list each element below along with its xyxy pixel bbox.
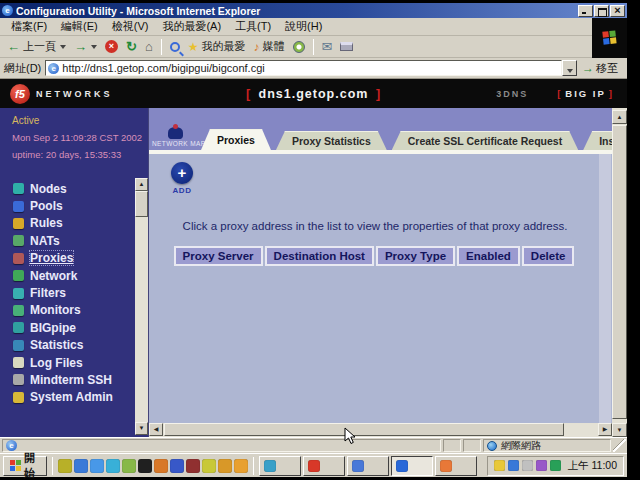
menu-item[interactable]: 編輯(E) bbox=[54, 18, 105, 35]
go-button[interactable]: → 移至 bbox=[577, 61, 623, 76]
tray-icon[interactable] bbox=[494, 460, 505, 471]
refresh-button[interactable]: ↻ bbox=[122, 38, 141, 55]
forward-dropdown-icon[interactable] bbox=[91, 45, 97, 49]
sidebar-item-mindterm-ssh[interactable]: Mindterm SSH bbox=[0, 371, 135, 388]
shortcut-icon[interactable] bbox=[90, 459, 104, 473]
scroll-right-button[interactable]: ▶ bbox=[598, 423, 612, 436]
task-button-4[interactable] bbox=[391, 456, 433, 476]
toolbar-separator bbox=[161, 39, 162, 55]
start-button[interactable]: 開始 bbox=[3, 456, 47, 476]
scroll-down-button[interactable]: ▼ bbox=[612, 423, 627, 437]
address-input[interactable] bbox=[62, 62, 559, 74]
scroll-down-button[interactable]: ▼ bbox=[135, 422, 148, 435]
tab-proxy-statistics[interactable]: Proxy Statistics bbox=[276, 131, 387, 150]
print-button[interactable] bbox=[336, 41, 357, 52]
close-button[interactable] bbox=[610, 5, 625, 17]
tray-icon[interactable] bbox=[522, 460, 533, 471]
sidebar-item-rules[interactable]: Rules bbox=[0, 215, 135, 232]
scroll-up-button[interactable]: ▲ bbox=[135, 178, 148, 191]
shortcut-icon[interactable] bbox=[122, 459, 136, 473]
task-button-5[interactable] bbox=[435, 456, 477, 476]
forward-button[interactable]: → bbox=[70, 38, 101, 55]
address-bar: 網址(D) e → 移至 bbox=[0, 58, 627, 79]
sidebar-item-label: NATs bbox=[30, 234, 60, 248]
network-map-button[interactable]: NETWORK MAP bbox=[152, 127, 198, 147]
tab-proxies[interactable]: Proxies bbox=[201, 129, 271, 150]
shortcut-icon[interactable] bbox=[154, 459, 168, 473]
back-button[interactable]: ← 上一頁 bbox=[3, 38, 70, 55]
taskbar: 開始 上午 11:00 bbox=[0, 453, 627, 477]
scrollbar-thumb[interactable] bbox=[164, 423, 564, 436]
print-icon bbox=[340, 42, 353, 51]
minimize-button[interactable] bbox=[578, 5, 593, 17]
sidebar-scrollbar[interactable]: ▲ ▼ bbox=[135, 178, 148, 435]
frameset: Active Mon Sep 2 11:09:28 CST 2002 uptim… bbox=[0, 108, 627, 437]
shortcut-icon[interactable] bbox=[202, 459, 216, 473]
sidebar-item-bigpipe[interactable]: BIGpipe bbox=[0, 319, 135, 336]
horizontal-scrollbar[interactable]: ◀ ▶ bbox=[149, 423, 612, 437]
task-button-icon bbox=[308, 460, 320, 472]
sidebar-item-nats[interactable]: NATs bbox=[0, 232, 135, 249]
shortcut-icon[interactable] bbox=[74, 459, 88, 473]
menu-item[interactable]: 說明(H) bbox=[278, 18, 329, 35]
mail-button[interactable]: ✉ bbox=[318, 38, 337, 55]
restore-button[interactable] bbox=[594, 5, 609, 17]
sidebar-item-monitors[interactable]: Monitors bbox=[0, 302, 135, 319]
column-header-proxy-type: Proxy Type bbox=[376, 246, 455, 266]
shortcut-icon[interactable] bbox=[218, 459, 232, 473]
menu-item[interactable]: 檢視(V) bbox=[105, 18, 156, 35]
media-button[interactable]: ♪ 媒體 bbox=[250, 38, 289, 55]
sidebar-item-network[interactable]: Network bbox=[0, 267, 135, 284]
tab-install-ssl-certif[interactable]: Install SSL Certif bbox=[583, 131, 612, 150]
scroll-left-button[interactable]: ◀ bbox=[149, 423, 163, 436]
sidebar-item-pools[interactable]: Pools bbox=[0, 197, 135, 214]
status-uptime: uptime: 20 days, 15:35:33 bbox=[12, 149, 148, 160]
shortcut-icon[interactable] bbox=[58, 459, 72, 473]
shortcut-icon[interactable] bbox=[186, 459, 200, 473]
add-plus-icon: + bbox=[171, 162, 193, 184]
task-button-1[interactable] bbox=[259, 456, 301, 476]
sidebar-item-system-admin[interactable]: System Admin bbox=[0, 389, 135, 406]
column-header-delete: Delete bbox=[522, 246, 575, 266]
tray-icon[interactable] bbox=[536, 460, 547, 471]
sidebar-item-filters[interactable]: Filters bbox=[0, 284, 135, 301]
sidebar-item-log-files[interactable]: Log Files bbox=[0, 354, 135, 371]
sidebar-item-nodes[interactable]: Nodes bbox=[0, 180, 135, 197]
product-3dns-label: 3DNS bbox=[496, 89, 528, 99]
search-button[interactable] bbox=[166, 41, 184, 53]
media-label: 媒體 bbox=[263, 39, 285, 54]
browser-window: e Configuration Utility - Microsoft Inte… bbox=[0, 3, 627, 477]
shortcut-icon[interactable] bbox=[234, 459, 248, 473]
tray-icon[interactable] bbox=[550, 460, 561, 471]
windows-flag-icon bbox=[10, 460, 21, 472]
content-scrollbar[interactable] bbox=[599, 154, 611, 423]
stop-button[interactable]: × bbox=[101, 39, 122, 54]
add-proxy-button[interactable]: + ADD bbox=[167, 162, 197, 195]
task-button-3[interactable] bbox=[347, 456, 389, 476]
menu-item[interactable]: 檔案(F) bbox=[4, 18, 54, 35]
windows-flag-icon bbox=[602, 30, 617, 45]
task-button-2[interactable] bbox=[303, 456, 345, 476]
favorites-label: 我的最愛 bbox=[202, 39, 246, 54]
favorites-button[interactable]: ★ 我的最愛 bbox=[184, 38, 250, 55]
sidebar-item-label: System Admin bbox=[30, 390, 113, 404]
tray-icon[interactable] bbox=[508, 460, 519, 471]
sidebar-item-statistics[interactable]: Statistics bbox=[0, 337, 135, 354]
scrollbar-thumb[interactable] bbox=[612, 125, 627, 419]
sidebar-item-proxies[interactable]: Proxies bbox=[0, 250, 135, 267]
address-dropdown-button[interactable] bbox=[562, 60, 577, 76]
shortcut-icon[interactable] bbox=[170, 459, 184, 473]
shortcut-icon[interactable] bbox=[138, 459, 152, 473]
menu-item[interactable]: 我的最愛(A) bbox=[155, 18, 228, 35]
stop-icon: × bbox=[105, 40, 118, 53]
shortcut-icon[interactable] bbox=[106, 459, 120, 473]
scroll-up-button[interactable]: ▲ bbox=[612, 110, 627, 124]
home-button[interactable]: ⌂ bbox=[141, 38, 157, 55]
menu-item[interactable]: 工具(T) bbox=[228, 18, 278, 35]
banner-products: 3DNS [BIG IP] bbox=[496, 88, 617, 99]
scrollbar-thumb[interactable] bbox=[135, 191, 148, 217]
back-dropdown-icon[interactable] bbox=[60, 45, 66, 49]
browser-scrollbar[interactable]: ▲ ▼ bbox=[612, 108, 627, 437]
tab-create-ssl-certificate-request[interactable]: Create SSL Certificate Request bbox=[392, 131, 578, 150]
history-button[interactable] bbox=[289, 40, 309, 54]
